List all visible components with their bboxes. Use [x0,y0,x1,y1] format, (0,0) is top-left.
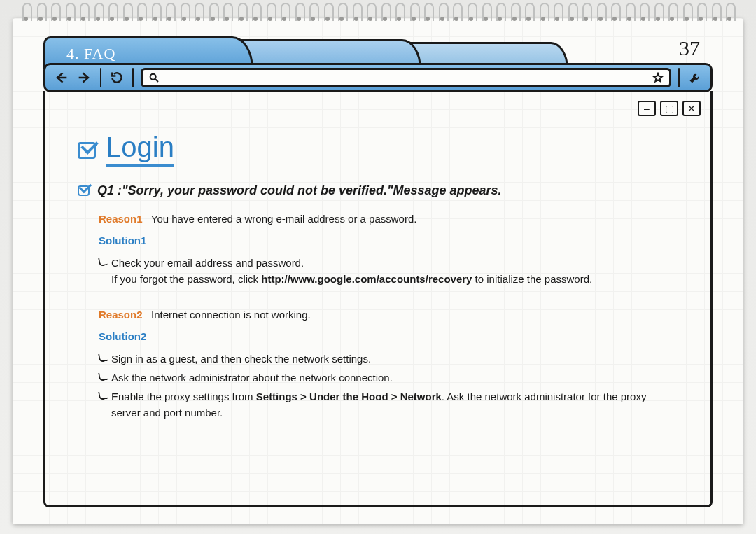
list-item: Sign in as a guest, and then check the n… [99,351,678,367]
reason2-label: Reason2 [99,309,143,321]
toolbar-separator [100,68,102,87]
sol2-b3a: Enable the proxy settings from [111,391,256,402]
list-item: Check your email address and password. I… [99,255,678,288]
content-frame: – ▢ ✕ Login Q1 :"Sorry, your password co… [43,91,713,507]
solution2-list: Sign in as a guest, and then check the n… [99,351,678,421]
star-icon[interactable] [652,72,664,83]
checkbox-icon [78,139,97,159]
arrow-right-icon [78,71,92,85]
minimize-button[interactable]: – [638,101,656,116]
reason2-body: Internet connection is not working. [151,309,311,321]
reason1-text [146,213,151,225]
reason2-block: Reason2 Internet connection is not worki… [99,307,678,421]
search-icon [148,72,160,83]
minimize-icon: – [644,103,650,114]
recovery-url[interactable]: http://www.google.com/accounts/recovery [261,273,472,285]
sol2-bullet1: Sign in as a guest, and then check the n… [111,353,371,365]
reload-button[interactable] [108,69,125,86]
sol1-bullet1: Check your email address and password. [111,257,304,269]
solution1-list: Check your email address and password. I… [99,255,678,288]
question-text: Q1 :"Sorry, your password could not be v… [97,183,502,198]
reason1-label: Reason1 [99,213,143,225]
window-controls: – ▢ ✕ [638,101,701,116]
solution1-label: Solution1 [99,232,678,248]
settings-path: Settings > Under the Hood > Network [256,391,442,402]
notebook-paper: 37 4. FAQ – ▢ ✕ [13,18,743,524]
list-item: Ask the network administrator about the … [99,370,678,386]
sol2-bullet2: Ask the network administrator about the … [111,372,393,384]
toolbar-separator-2 [132,68,134,87]
arrow-left-icon [54,71,68,85]
checkbox-icon-small [78,183,90,196]
browser-toolbar [43,63,713,92]
reason1-block: Reason1 You have entered a wrong e-mail … [99,211,678,287]
settings-button[interactable] [687,69,704,86]
sol1-line2a: If you forgot the password, click [111,273,261,285]
spiral-binding [21,4,735,24]
forward-button[interactable] [76,69,93,86]
address-bar[interactable] [141,68,671,87]
svg-point-0 [150,74,156,80]
list-item: Enable the proxy settings from Settings … [99,388,678,421]
back-button[interactable] [52,69,69,86]
question-row: Q1 :"Sorry, your password could not be v… [78,183,678,198]
reload-icon [110,71,124,85]
solution2-label: Solution2 [99,328,678,344]
maximize-button[interactable]: ▢ [660,101,678,116]
maximize-icon: ▢ [665,103,674,114]
close-button[interactable]: ✕ [682,101,701,116]
toolbar-separator-3 [678,68,680,87]
sol1-line2c: to initialize the password. [472,273,592,285]
page-number: 37 [679,36,700,60]
reason1-body: You have entered a wrong e-mail address … [151,213,417,225]
title-row: Login [78,132,678,167]
tab-active-label: 4. FAQ [66,45,115,63]
page-title: Login [106,132,174,167]
wrench-icon [688,71,702,85]
close-icon: ✕ [687,103,696,114]
